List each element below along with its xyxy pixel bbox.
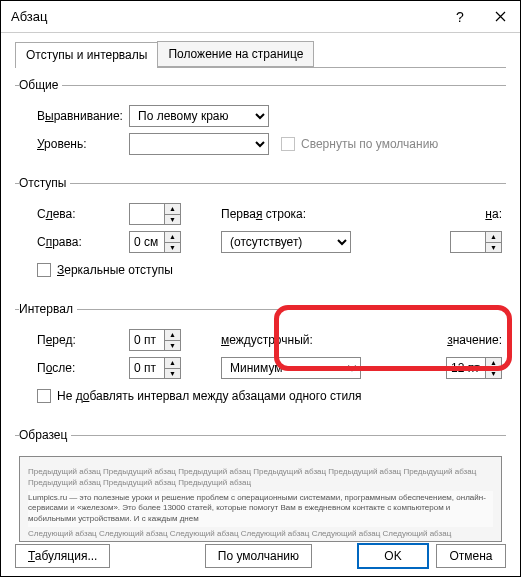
group-sample: Образец Предыдущий абзац Предыдущий абза… <box>15 428 506 548</box>
checkbox-mirror[interactable] <box>37 263 51 277</box>
select-firstline[interactable]: (отсутствует) <box>221 231 351 253</box>
legend-indents: Отступы <box>19 176 70 190</box>
close-icon <box>495 11 506 22</box>
titlebar: Абзац ? <box>1 1 520 33</box>
down-icon[interactable]: ▼ <box>165 215 180 225</box>
tabs-button[interactable]: Табуляция... <box>15 544 110 568</box>
down-icon[interactable]: ▼ <box>486 369 501 379</box>
legend-sample: Образец <box>19 428 71 442</box>
spinner-left[interactable]: ▲▼ <box>129 203 181 225</box>
label-mirror: Зеркальные отступы <box>57 263 173 277</box>
spinner-on[interactable]: ▲▼ <box>450 231 502 253</box>
up-icon[interactable]: ▲ <box>486 232 501 243</box>
group-interval: Интервал Перед: ▲▼ междустрочный: значен… <box>15 302 506 418</box>
label-right: Справа: <box>19 235 129 249</box>
spinner-value[interactable]: ▲▼ <box>446 357 502 379</box>
spinner-before[interactable]: ▲▼ <box>129 329 181 351</box>
label-value: значение: <box>447 333 502 347</box>
label-firstline: Первая строка: <box>221 207 329 221</box>
up-icon[interactable]: ▲ <box>486 358 501 369</box>
up-icon[interactable]: ▲ <box>165 358 180 369</box>
preview-prev: Предыдущий абзац Предыдущий абзац Предыд… <box>28 467 493 489</box>
footer: Табуляция... По умолчанию OK Отмена <box>1 544 520 568</box>
checkbox-collapsed <box>281 137 295 151</box>
label-collapsed: Свернуты по умолчанию <box>301 137 438 151</box>
close-button[interactable] <box>480 1 520 33</box>
select-alignment[interactable]: По левому краю <box>129 105 269 127</box>
up-icon[interactable]: ▲ <box>165 232 180 243</box>
cancel-button[interactable]: Отмена <box>436 544 506 568</box>
group-indents: Отступы Слева: ▲▼ Первая строка: на: Спр… <box>15 176 506 292</box>
up-icon[interactable]: ▲ <box>165 330 180 341</box>
up-icon[interactable]: ▲ <box>165 204 180 215</box>
label-before: Перед: <box>19 333 129 347</box>
preview-main: Lumpics.ru — это полезные уроки и решени… <box>28 491 493 527</box>
help-button[interactable]: ? <box>440 1 480 33</box>
label-alignment: Выравнивание: <box>19 109 129 123</box>
preview-next: Следующий абзац Следующий абзац Следующи… <box>28 529 493 542</box>
ok-button[interactable]: OK <box>358 544 428 568</box>
group-general: Общие Выравнивание: По левому краю Урове… <box>15 78 506 166</box>
label-on: на: <box>485 207 502 221</box>
window-title: Абзац <box>11 9 440 24</box>
spinner-right[interactable]: ▲▼ <box>129 231 181 253</box>
label-after: После: <box>19 361 129 375</box>
select-level[interactable] <box>129 133 269 155</box>
legend-interval: Интервал <box>19 302 77 316</box>
tabs: Отступы и интервалы Положение на страниц… <box>15 41 506 68</box>
default-button[interactable]: По умолчанию <box>205 544 312 568</box>
checkbox-noadd[interactable] <box>37 389 51 403</box>
down-icon[interactable]: ▼ <box>165 341 180 351</box>
label-linespacing: междустрочный: <box>221 333 329 347</box>
spinner-after[interactable]: ▲▼ <box>129 357 181 379</box>
legend-general: Общие <box>19 78 62 92</box>
label-level: Уровень: <box>19 137 129 151</box>
label-noadd: Не добавлять интервал между абзацами одн… <box>57 389 362 403</box>
down-icon[interactable]: ▼ <box>165 369 180 379</box>
preview-box: Предыдущий абзац Предыдущий абзац Предыд… <box>19 456 502 542</box>
tab-position[interactable]: Положение на странице <box>157 41 314 67</box>
label-left: Слева: <box>19 207 129 221</box>
select-linespacing[interactable]: Минимум <box>221 357 361 379</box>
tab-indents[interactable]: Отступы и интервалы <box>15 42 158 68</box>
down-icon[interactable]: ▼ <box>486 243 501 253</box>
down-icon[interactable]: ▼ <box>165 243 180 253</box>
